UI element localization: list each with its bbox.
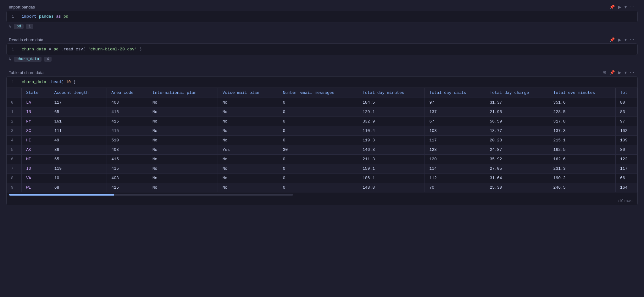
table-head: State Account length Area code Internati… [7, 88, 637, 98]
cell-col-4: No [148, 174, 218, 183]
table-row: 7ID119415NoNo0159.111427.05231.3117 [7, 164, 637, 174]
keyword-pandas: pandas [39, 14, 54, 19]
cell-col-10: 162.6 [549, 155, 615, 164]
cell-col-11: 164 [616, 183, 637, 192]
cell-col-9: 18.77 [485, 126, 549, 136]
cell-read-actions: 📌 ▶ ▾ ⋯ [608, 37, 635, 42]
cell-state: NY [22, 117, 50, 126]
cell-table-chevron-btn[interactable]: ▾ [624, 70, 628, 75]
cell-col-2: 119 [50, 164, 107, 174]
cell-col-8: 112 [425, 174, 485, 183]
cell-col-0: 6 [7, 155, 22, 164]
cell-state: VA [22, 174, 50, 183]
cell-state: WI [22, 183, 50, 192]
cell-col-11: 122 [616, 155, 637, 164]
cell-col-2: 65 [50, 107, 107, 117]
table-code-block: 1 churn_data .head( 10 ) [7, 77, 637, 88]
cell-col-7: 332.9 [358, 117, 425, 126]
table-section: 1 churn_data .head( 10 ) State Account l… [6, 76, 638, 205]
cell-read-chevron-btn[interactable]: ▾ [624, 37, 628, 42]
table-row: 3SC111415NoNo0110.410318.77137.3102 [7, 126, 637, 136]
keyword-import: import [22, 14, 36, 19]
cell-col-4: No [148, 107, 218, 117]
horizontal-scrollbar[interactable] [9, 194, 293, 196]
cell-col-5: No [218, 155, 278, 164]
cell-col-11: 109 [616, 136, 637, 145]
cell-col-3: 510 [107, 136, 148, 145]
col-header-total-eve-minutes: Total eve minutes [549, 88, 615, 98]
method-readcsv: .read_csv( [61, 47, 86, 52]
cell-col-8: 114 [425, 164, 485, 174]
cell-col-11: 102 [616, 126, 637, 136]
cell-col-2: 161 [50, 117, 107, 126]
cell-col-11: 80 [616, 98, 637, 107]
cell-col-9: 56.59 [485, 117, 549, 126]
cell-col-3: 415 [107, 155, 148, 164]
cell-col-10: 228.5 [549, 107, 615, 117]
cell-import-actions: 📌 ▶ ▾ ⋯ [608, 4, 635, 9]
var-pd: pd [53, 47, 58, 52]
cell-table-grid-btn[interactable]: ⊞ [602, 70, 607, 75]
cell-import-more-btn[interactable]: ⋯ [629, 4, 635, 9]
cell-col-7: 146.3 [358, 145, 425, 155]
cell-col-8: 103 [425, 126, 485, 136]
cell-read-run-btn[interactable]: ▶ [617, 37, 622, 42]
col-header-tot: Tot [616, 88, 637, 98]
cell-import: Import pandas 📌 ▶ ▾ ⋯ 1 import pandas as… [6, 3, 638, 30]
cell-read-more-btn[interactable]: ⋯ [629, 37, 635, 42]
cell-col-7: 148.8 [358, 183, 425, 192]
cell-col-0: 5 [7, 145, 22, 155]
cell-col-2: 65 [50, 155, 107, 164]
cell-col-5: No [218, 98, 278, 107]
col-header-account-length: Account length [50, 88, 107, 98]
cell-col-6: 0 [278, 98, 358, 107]
cell-col-6: 0 [278, 164, 358, 174]
cell-read-title: Read in churn data [9, 37, 43, 42]
cell-table-title: Table of churn data [9, 70, 44, 75]
cell-col-9: 25.30 [485, 183, 549, 192]
col-header-area-code: Area code [107, 88, 148, 98]
col-header-total-day-charge: Total day charge [485, 88, 549, 98]
cell-col-0: 9 [7, 183, 22, 192]
data-table-wrapper[interactable]: State Account length Area code Internati… [7, 88, 637, 192]
cell-import-chevron-btn[interactable]: ▾ [624, 4, 628, 9]
cell-table-run-btn[interactable]: ▶ [617, 70, 622, 75]
cell-col-7: 159.1 [358, 164, 425, 174]
cell-table-pin-btn[interactable]: 📌 [608, 70, 616, 75]
cell-read-pin-btn[interactable]: 📌 [608, 37, 616, 42]
col-header-total-day-calls: Total day calls [425, 88, 485, 98]
cell-import-pin-btn[interactable]: 📌 [608, 4, 616, 9]
string-filename: 'churn-bigml-20.csv' [88, 47, 137, 52]
cell-col-8: 97 [425, 98, 485, 107]
cell-col-10: 231.3 [549, 164, 615, 174]
col-header-index [7, 88, 22, 98]
cell-col-3: 408 [107, 145, 148, 155]
keyword-as: as [56, 14, 61, 19]
cell-col-9: 31.64 [485, 174, 549, 183]
code-content: churn_data = pd .read_csv( 'churn-bigml-… [22, 47, 632, 52]
cell-col-3: 415 [107, 183, 148, 192]
var-churn-data: churn_data [22, 80, 46, 84]
rows-count: 10 rows [619, 199, 632, 203]
cell-col-7: 129.1 [358, 107, 425, 117]
cell-import-run-btn[interactable]: ▶ [617, 4, 622, 9]
table-row: 5AK36408NoYes30146.312824.87162.580 [7, 145, 637, 155]
col-header-total-day-minutes: Total day minutes [358, 88, 425, 98]
cell-col-8: 137 [425, 107, 485, 117]
cell-col-6: 0 [278, 155, 358, 164]
cell-table-more-btn[interactable]: ⋯ [629, 70, 635, 75]
method-head: .head( [49, 80, 64, 84]
cell-col-3: 415 [107, 107, 148, 117]
cell-col-0: 7 [7, 164, 22, 174]
cell-col-11: 80 [616, 145, 637, 155]
table-header-row: State Account length Area code Internati… [7, 88, 637, 98]
cell-col-4: No [148, 98, 218, 107]
cell-col-10: 246.5 [549, 183, 615, 192]
cell-state: LA [22, 98, 50, 107]
cell-col-5: No [218, 126, 278, 136]
output-num: 1 [26, 24, 33, 29]
cell-col-10: 351.6 [549, 98, 615, 107]
cell-col-9: 27.05 [485, 164, 549, 174]
cell-col-5: No [218, 117, 278, 126]
cell-read-code: 1 churn_data = pd .read_csv( 'churn-bigm… [6, 43, 638, 55]
